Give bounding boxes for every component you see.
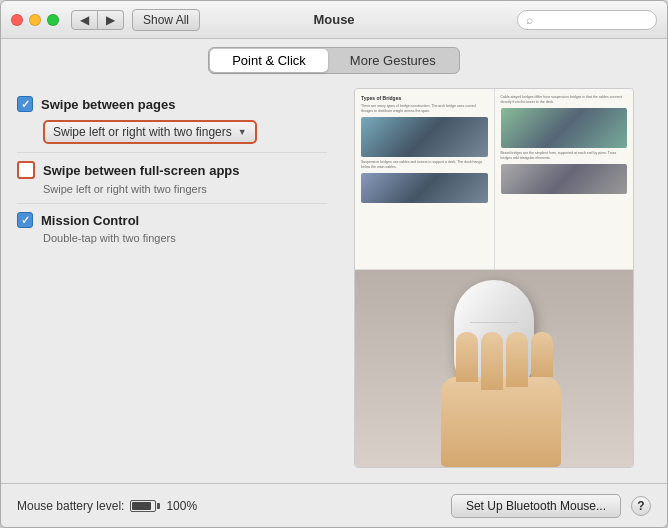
- right-panel: Types of Bridges There are many types of…: [337, 80, 651, 483]
- setting-sub-mission-control: Double-tap with two fingers: [43, 232, 327, 244]
- book-spread: Types of Bridges There are many types of…: [355, 89, 633, 270]
- finger-2: [481, 332, 503, 390]
- minimize-button[interactable]: [29, 14, 41, 26]
- setting-mission-control: Mission Control Double-tap with two fing…: [17, 204, 327, 252]
- checkbox-mission-control[interactable]: [17, 212, 33, 228]
- nav-buttons: ◀ ▶: [71, 10, 124, 30]
- tabs-container: Point & Click More Gestures: [208, 47, 460, 74]
- battery-label-text: Mouse battery level:: [17, 499, 124, 513]
- maximize-button[interactable]: [47, 14, 59, 26]
- hand-visual: [431, 367, 571, 467]
- battery-tip: [157, 503, 160, 509]
- forward-button[interactable]: ▶: [98, 10, 124, 30]
- checkbox-swipe-pages[interactable]: [17, 96, 33, 112]
- setting-header-swipe-pages: Swipe between pages: [17, 96, 327, 112]
- bottom-bar: Mouse battery level: 100% Set Up Bluetoo…: [1, 483, 667, 527]
- search-input[interactable]: [537, 13, 648, 27]
- book-page-right: Cable-stayed bridges differ from suspens…: [495, 89, 634, 269]
- swipe-pages-dropdown[interactable]: Swipe left or right with two fingers ▼: [43, 120, 257, 144]
- tab-more-gestures[interactable]: More Gestures: [328, 49, 458, 72]
- green-image: [501, 108, 628, 148]
- city-image: [361, 173, 488, 203]
- preview-container: Types of Bridges There are many types of…: [354, 88, 634, 468]
- help-button[interactable]: ?: [631, 496, 651, 516]
- setting-header-swipe-apps: Swipe between full-screen apps: [17, 161, 327, 179]
- setting-sub-swipe-apps: Swipe left or right with two fingers: [43, 183, 327, 195]
- battery-icon: [130, 500, 160, 512]
- back-button[interactable]: ◀: [71, 10, 98, 30]
- battery-fill: [132, 502, 151, 510]
- page-body-left-2: Suspension bridges use cables and towers…: [361, 160, 488, 170]
- finger-3: [506, 332, 528, 387]
- left-panel: Swipe between pages Swipe left or right …: [17, 80, 327, 483]
- hand-section: [355, 270, 633, 467]
- titlebar: ◀ ▶ Show All Mouse ⌕: [1, 1, 667, 39]
- setting-title-mission-control: Mission Control: [41, 213, 139, 228]
- tabs-bar: Point & Click More Gestures: [1, 39, 667, 80]
- search-box[interactable]: ⌕: [517, 10, 657, 30]
- page-title-left: Types of Bridges: [361, 95, 488, 101]
- mouse-line: [470, 322, 518, 323]
- main-content: Swipe between pages Swipe left or right …: [1, 80, 667, 483]
- traffic-lights: [11, 14, 59, 26]
- tab-point-click[interactable]: Point & Click: [210, 49, 328, 72]
- book-page-left: Types of Bridges There are many types of…: [355, 89, 495, 269]
- setting-title-swipe-apps: Swipe between full-screen apps: [43, 163, 240, 178]
- hand-shape: [441, 377, 561, 467]
- bottom-right: Set Up Bluetooth Mouse... ?: [451, 494, 651, 518]
- tower-image: [501, 164, 628, 194]
- setting-header-mission-control: Mission Control: [17, 212, 327, 228]
- setting-swipe-pages: Swipe between pages Swipe left or right …: [17, 88, 327, 153]
- show-all-button[interactable]: Show All: [132, 9, 200, 31]
- window: ◀ ▶ Show All Mouse ⌕ Point & Click More …: [0, 0, 668, 528]
- battery-label: Mouse battery level: 100%: [17, 499, 197, 513]
- page-body-right-2: Beam bridges are the simplest form, supp…: [501, 151, 628, 161]
- dropdown-label: Swipe left or right with two fingers: [53, 125, 232, 139]
- finger-4: [531, 332, 553, 377]
- close-button[interactable]: [11, 14, 23, 26]
- setting-swipe-apps: Swipe between full-screen apps Swipe lef…: [17, 153, 327, 204]
- chevron-down-icon: ▼: [238, 127, 247, 137]
- dropdown-row: Swipe left or right with two fingers ▼: [43, 120, 327, 144]
- page-body-left: There are many types of bridge construct…: [361, 104, 488, 114]
- page-body-right: Cable-stayed bridges differ from suspens…: [501, 95, 628, 105]
- bridge-image: [361, 117, 488, 157]
- checkbox-swipe-apps[interactable]: [17, 161, 35, 179]
- search-icon: ⌕: [526, 13, 533, 27]
- window-title: Mouse: [313, 12, 354, 27]
- setup-bt-button[interactable]: Set Up Bluetooth Mouse...: [451, 494, 621, 518]
- finger-1: [456, 332, 478, 382]
- battery-percent: 100%: [166, 499, 197, 513]
- battery-body: [130, 500, 156, 512]
- setting-title-swipe-pages: Swipe between pages: [41, 97, 175, 112]
